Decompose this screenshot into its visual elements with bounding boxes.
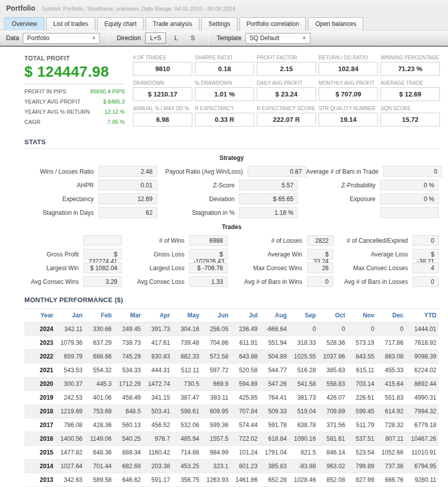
- tab-equity-chart[interactable]: Equity chart: [97, 17, 144, 30]
- stat-row: Expectancy12.69Deviation$ 65.65Exposure0…: [24, 193, 439, 204]
- monthly-value: 598.61: [173, 405, 202, 418]
- monthly-value: 504.89: [260, 350, 290, 364]
- monthly-value: 554.32: [85, 364, 115, 377]
- stat-label: Avg Consec Wins: [24, 278, 83, 285]
- monthly-value: 688.66: [85, 350, 115, 364]
- monthly-value: 528.36: [319, 336, 348, 350]
- monthly-value: 453.25: [173, 460, 202, 473]
- stat-label: Stagnation in Days: [24, 209, 98, 216]
- monthly-value: 300.37: [56, 377, 85, 391]
- monthly-value: 341.15: [144, 391, 173, 405]
- monthly-value: -666.64: [260, 322, 290, 336]
- stat-avg-consec-loss: Avg Consec Loss1.33: [130, 276, 227, 287]
- monthly-year: 2013: [24, 473, 56, 487]
- monthly-value: 0: [319, 322, 348, 336]
- monthly-value: 551.94: [260, 336, 290, 350]
- page-subtitle: Symbol: Portfolio, Timeframe: unknown, D…: [42, 6, 235, 12]
- direction-s[interactable]: S: [186, 33, 200, 44]
- summary-row-label: YEARLY AVG % RETURN: [24, 109, 90, 115]
- monthly-value: 846.14: [319, 446, 348, 460]
- monthly-value: 984.99: [202, 446, 231, 460]
- monthly-value: 342.11: [56, 322, 85, 336]
- stat-value: 0: [412, 276, 439, 287]
- summary-row-yearly-avg-profit: YEARLY AVG PROFIT $ 8485.3: [24, 99, 125, 105]
- monthly-value: -83.88: [289, 460, 319, 473]
- stat-value: 0: [412, 235, 439, 246]
- monthly-value: 609.95: [202, 405, 231, 418]
- monthly-value: 1052.66: [377, 446, 406, 460]
- stat-row: Stagnation in Days62Stagnation in %1.16 …: [24, 207, 439, 218]
- monthly-col-nov: Nov: [348, 309, 377, 322]
- stat-label: Gross Loss: [130, 251, 189, 258]
- tab-open-balances[interactable]: Open balances: [308, 17, 363, 30]
- stat-label: Z-Score: [165, 182, 239, 189]
- metric-label: SQN SCORE: [381, 106, 440, 111]
- stat-empty: [24, 235, 122, 246]
- template-select[interactable]: SQ Default ▼: [246, 33, 311, 44]
- stat-label: Largest Win: [24, 265, 83, 272]
- monthly-value: 669.9: [202, 377, 231, 391]
- monthly-value: 1037.96: [319, 350, 348, 364]
- monthly-value: 532.06: [173, 418, 202, 432]
- data-select[interactable]: Portfolio ▼: [23, 33, 100, 44]
- monthly-body: 2024342.11330.66249.45391.73304.16256.05…: [24, 322, 439, 487]
- monthly-value: 1219.69: [56, 405, 85, 418]
- direction-l[interactable]: L: [169, 33, 183, 44]
- monthly-value: 799.89: [348, 460, 377, 473]
- monthly-year: 2016: [24, 432, 56, 446]
- stat-label: # of Losses: [236, 237, 307, 244]
- stat-exposure: Exposure0 %: [306, 193, 439, 204]
- metric-annual-max-dd: ANNUAL % / MAX DD %6.98: [133, 106, 192, 126]
- monthly-value: 852.08: [319, 473, 348, 487]
- stat-payout-ratio-avg-win-loss: Payout Ratio (Avg Win/Loss)0.87: [165, 166, 298, 177]
- stat-label: # of Wins: [130, 237, 189, 244]
- stat-value: 2.48: [98, 166, 157, 177]
- tab-trade-analysis[interactable]: Trade analysis: [146, 17, 199, 30]
- direction-l-s[interactable]: L+S: [145, 33, 166, 44]
- monthly-ytd-value: 4990.31: [406, 391, 439, 405]
- stat-label: Stagnation in %: [165, 209, 239, 216]
- total-profit-label: TOTAL PROFIT: [24, 55, 133, 62]
- monthly-ytd-value: 1444.01: [406, 322, 439, 336]
- monthly-value: 807.11: [377, 432, 406, 446]
- monthly-value: 543.53: [56, 364, 85, 377]
- metric-value: 2.15: [257, 62, 316, 76]
- stats-section-title: STATS: [24, 138, 439, 146]
- stat-max-consec-losses: Max Consec Losses4: [341, 263, 439, 273]
- divider: [24, 148, 439, 149]
- stat-of-losses: # of Losses2822: [236, 235, 333, 246]
- total-profit-value: $ 124447.98: [24, 63, 133, 80]
- metric-winning-percentage: WINNING PERCENTAGE71.23 %: [381, 55, 440, 76]
- stat-label: Average # of Bars in Trade: [306, 168, 383, 175]
- monthly-value: 456.52: [144, 418, 173, 432]
- tab-list-of-trades[interactable]: List of trades: [46, 17, 95, 30]
- monthly-row-2020: 2020300.37445.31712.291472.74730.5669.95…: [24, 377, 439, 391]
- metric-str-quality-number: STR QUALITY NUMBER19.14: [319, 106, 378, 126]
- monthly-value: 764.41: [260, 391, 290, 405]
- monthly-value: 426.07: [319, 391, 348, 405]
- stat-label: Z-Probability: [306, 182, 380, 189]
- stat-avg-consec-wins: Avg Consec Wins3.29: [24, 276, 122, 287]
- summary-row-value: 12.12 %: [105, 109, 125, 115]
- tab-settings[interactable]: Settings: [201, 17, 237, 30]
- tab-portfolio-correlation[interactable]: Portfolio correlation: [239, 17, 306, 30]
- stat-label: Average Win: [236, 251, 307, 258]
- monthly-year: 2019: [24, 391, 56, 405]
- monthly-col-oct: Oct: [319, 309, 348, 322]
- summary-row-profit-in-pips: PROFIT IN PIPS 85690.4 PIPS: [24, 88, 125, 94]
- monthly-value: 714.86: [173, 446, 202, 460]
- monthly-value: 417.61: [144, 336, 173, 350]
- stat-label: Avg # of Bars in Wins: [236, 278, 307, 285]
- monthly-value: 415.64: [377, 377, 406, 391]
- monthly-value: 342.63: [56, 473, 85, 487]
- stat-row: AHPR0.01Z-Score5.57Z-Probability0 %: [24, 180, 439, 190]
- monthly-value: 445.3: [85, 377, 115, 391]
- metric-value: $ 12.69: [381, 87, 440, 101]
- stat-max-consec-wins: Max Consec Wins26: [236, 263, 333, 273]
- monthly-value: 356.75: [173, 473, 202, 487]
- tab-overview[interactable]: Overview: [5, 17, 44, 30]
- monthly-value: 963.02: [319, 460, 348, 473]
- monthly-row-2022: 2022659.79688.66745.29830.83682.33572.58…: [24, 350, 439, 364]
- stat-value: 5.57: [239, 180, 298, 190]
- monthly-value: 428.36: [85, 418, 115, 432]
